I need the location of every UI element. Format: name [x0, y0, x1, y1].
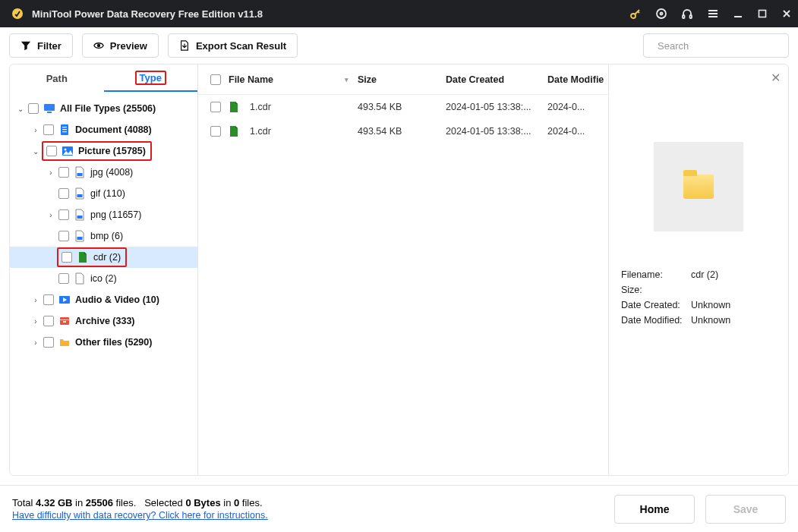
eye-icon: [93, 40, 104, 51]
export-button[interactable]: Export Scan Result: [168, 33, 298, 58]
tree-jpg[interactable]: › jpg (4008): [10, 162, 197, 183]
disc-icon[interactable]: [655, 8, 667, 20]
preview-button[interactable]: Preview: [82, 33, 159, 58]
tree-document[interactable]: › Document (4088): [10, 119, 197, 140]
svg-rect-17: [77, 173, 83, 176]
search-box[interactable]: [643, 33, 789, 58]
svg-point-7: [97, 44, 100, 47]
checkbox[interactable]: [43, 294, 54, 305]
maximize-icon[interactable]: [757, 8, 768, 19]
file-list: File Name▾ Size Date Created Date Modifi…: [198, 65, 609, 475]
archive-icon: [58, 315, 71, 327]
tree-picture[interactable]: ⌄ Picture (15785): [10, 140, 197, 162]
tab-path[interactable]: Path: [10, 65, 104, 92]
monitor-icon: [43, 102, 55, 115]
file-row[interactable]: 1.cdr 493.54 KB 2024-01-05 13:38:... 202…: [198, 95, 608, 119]
app-logo-icon: [11, 7, 24, 20]
checkbox[interactable]: [43, 316, 54, 326]
thumbnail: [654, 142, 743, 231]
svg-rect-5: [690, 15, 692, 18]
save-button[interactable]: Save: [705, 495, 786, 524]
chevron-right-icon[interactable]: ›: [30, 338, 42, 347]
cdr-file-icon: [77, 251, 89, 263]
menu-icon[interactable]: [707, 8, 719, 20]
file-icon: [74, 209, 86, 221]
chevron-right-icon[interactable]: ›: [45, 168, 57, 177]
tree: ⌄ All File Types (25506) › Document (408…: [10, 92, 197, 475]
checkbox[interactable]: [58, 167, 69, 178]
detail-key-filename: Filename:: [621, 269, 691, 280]
checkbox[interactable]: [43, 337, 54, 348]
checkbox[interactable]: [43, 124, 54, 135]
file-row[interactable]: 1.cdr 493.54 KB 2024-01-05 13:38:... 202…: [198, 119, 608, 143]
tree-other[interactable]: › Other files (5290): [10, 332, 197, 353]
checkbox[interactable]: [58, 231, 69, 241]
folder-icon: [683, 175, 714, 199]
tree-gif[interactable]: gif (110): [10, 183, 197, 204]
cdr-file-icon: [229, 125, 241, 137]
svg-rect-18: [77, 194, 83, 197]
checkbox[interactable]: [28, 103, 39, 114]
svg-rect-10: [47, 112, 52, 113]
svg-rect-12: [62, 127, 67, 127]
chevron-down-icon[interactable]: ⌄: [14, 105, 27, 113]
svg-point-2: [657, 9, 666, 18]
status-bar: Total 4.32 GB in 25506 files. Selected 0…: [0, 485, 798, 532]
tree-all-file-types[interactable]: ⌄ All File Types (25506): [10, 98, 197, 119]
home-button[interactable]: Home: [614, 495, 695, 524]
svg-point-16: [65, 149, 67, 151]
svg-rect-14: [62, 131, 67, 132]
column-date-modified[interactable]: Date Modifie: [547, 74, 608, 85]
minimize-icon[interactable]: [733, 8, 743, 19]
checkbox[interactable]: [46, 146, 57, 156]
key-icon[interactable]: [629, 8, 642, 20]
search-input[interactable]: [658, 40, 785, 52]
sort-icon: ▾: [345, 76, 358, 83]
file-icon: [74, 166, 86, 178]
svg-point-3: [661, 13, 663, 15]
checkbox[interactable]: [210, 102, 221, 112]
funnel-icon: [21, 40, 31, 51]
svg-rect-23: [60, 320, 69, 320]
svg-rect-20: [77, 237, 83, 240]
file-icon: [74, 187, 86, 200]
file-list-header: File Name▾ Size Date Created Date Modifi…: [198, 65, 608, 95]
help-link[interactable]: Have difficulty with data recovery? Clic…: [12, 510, 268, 521]
column-date-created[interactable]: Date Created: [446, 74, 547, 85]
column-size[interactable]: Size: [358, 74, 446, 85]
chevron-down-icon[interactable]: ⌄: [30, 147, 42, 156]
close-details-icon[interactable]: ✕: [771, 71, 781, 85]
checkbox[interactable]: [58, 273, 69, 284]
checkbox[interactable]: [210, 126, 221, 137]
app-title: MiniTool Power Data Recovery Free Editio…: [32, 8, 629, 20]
export-label: Export Scan Result: [196, 40, 286, 52]
tree-png[interactable]: › png (11657): [10, 204, 197, 225]
video-icon: [58, 294, 71, 306]
filter-label: Filter: [37, 40, 62, 52]
status-summary: Total 4.32 GB in 25506 files. Selected 0…: [12, 497, 268, 508]
select-all-checkbox[interactable]: [210, 74, 221, 85]
chevron-right-icon[interactable]: ›: [30, 126, 42, 134]
checkbox[interactable]: [62, 252, 72, 263]
file-icon: [74, 230, 86, 242]
chevron-right-icon[interactable]: ›: [45, 211, 57, 219]
checkbox[interactable]: [58, 209, 69, 220]
chevron-right-icon[interactable]: ›: [30, 317, 42, 326]
column-name[interactable]: File Name▾: [229, 74, 358, 85]
tree-archive[interactable]: › Archive (333): [10, 310, 197, 332]
tab-type[interactable]: Type: [104, 65, 198, 92]
svg-rect-4: [683, 15, 685, 18]
title-bar: MiniTool Power Data Recovery Free Editio…: [0, 0, 798, 27]
tree-bmp[interactable]: bmp (6): [10, 225, 197, 247]
picture-icon: [62, 145, 74, 157]
headphones-icon[interactable]: [681, 8, 693, 20]
chevron-right-icon[interactable]: ›: [30, 296, 42, 304]
svg-rect-24: [63, 321, 66, 323]
close-icon[interactable]: [781, 8, 792, 19]
tree-ico[interactable]: ico (2): [10, 268, 197, 289]
tree-cdr[interactable]: cdr (2): [10, 247, 197, 268]
detail-val-filename: cdr (2): [691, 269, 718, 280]
filter-button[interactable]: Filter: [9, 33, 73, 58]
tree-audio-video[interactable]: › Audio & Video (10): [10, 289, 197, 310]
checkbox[interactable]: [58, 188, 69, 199]
